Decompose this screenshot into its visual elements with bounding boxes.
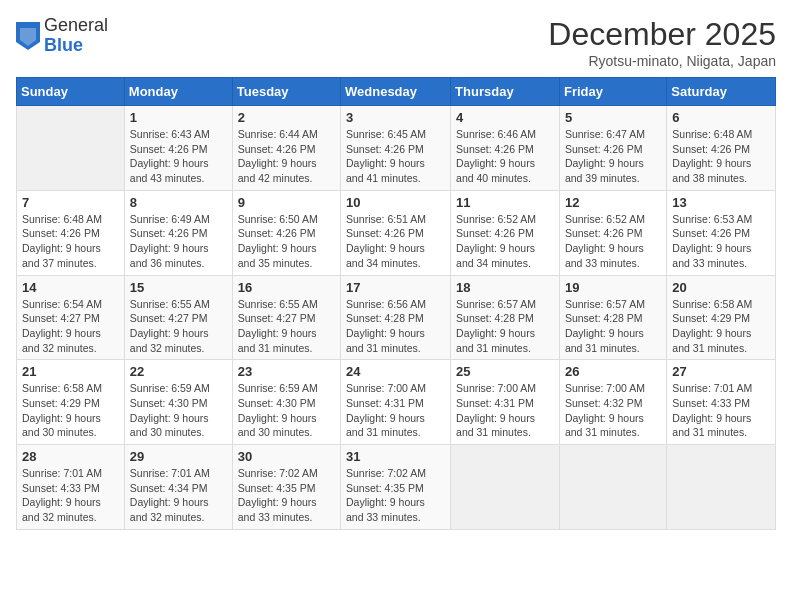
day-number: 26 <box>565 364 661 379</box>
header-friday: Friday <box>559 78 666 106</box>
calendar-cell: 12Sunrise: 6:52 AMSunset: 4:26 PMDayligh… <box>559 190 666 275</box>
cell-info: Sunrise: 6:59 AMSunset: 4:30 PMDaylight:… <box>130 382 210 438</box>
calendar-header-row: SundayMondayTuesdayWednesdayThursdayFrid… <box>17 78 776 106</box>
day-number: 31 <box>346 449 445 464</box>
cell-info: Sunrise: 7:02 AMSunset: 4:35 PMDaylight:… <box>238 467 318 523</box>
calendar-week-row: 28Sunrise: 7:01 AMSunset: 4:33 PMDayligh… <box>17 445 776 530</box>
calendar-cell: 6Sunrise: 6:48 AMSunset: 4:26 PMDaylight… <box>667 106 776 191</box>
day-number: 27 <box>672 364 770 379</box>
cell-info: Sunrise: 6:51 AMSunset: 4:26 PMDaylight:… <box>346 213 426 269</box>
calendar-cell: 30Sunrise: 7:02 AMSunset: 4:35 PMDayligh… <box>232 445 340 530</box>
calendar-cell <box>667 445 776 530</box>
calendar-cell: 7Sunrise: 6:48 AMSunset: 4:26 PMDaylight… <box>17 190 125 275</box>
cell-info: Sunrise: 6:55 AMSunset: 4:27 PMDaylight:… <box>238 298 318 354</box>
calendar-cell: 19Sunrise: 6:57 AMSunset: 4:28 PMDayligh… <box>559 275 666 360</box>
day-number: 2 <box>238 110 335 125</box>
cell-info: Sunrise: 6:57 AMSunset: 4:28 PMDaylight:… <box>565 298 645 354</box>
cell-info: Sunrise: 6:59 AMSunset: 4:30 PMDaylight:… <box>238 382 318 438</box>
calendar-cell: 14Sunrise: 6:54 AMSunset: 4:27 PMDayligh… <box>17 275 125 360</box>
header-monday: Monday <box>124 78 232 106</box>
calendar-cell: 26Sunrise: 7:00 AMSunset: 4:32 PMDayligh… <box>559 360 666 445</box>
page-header: General Blue December 2025 Ryotsu-minato… <box>16 16 776 69</box>
calendar-week-row: 7Sunrise: 6:48 AMSunset: 4:26 PMDaylight… <box>17 190 776 275</box>
calendar-week-row: 1Sunrise: 6:43 AMSunset: 4:26 PMDaylight… <box>17 106 776 191</box>
day-number: 24 <box>346 364 445 379</box>
day-number: 16 <box>238 280 335 295</box>
day-number: 29 <box>130 449 227 464</box>
header-sunday: Sunday <box>17 78 125 106</box>
calendar-cell: 16Sunrise: 6:55 AMSunset: 4:27 PMDayligh… <box>232 275 340 360</box>
calendar-cell: 27Sunrise: 7:01 AMSunset: 4:33 PMDayligh… <box>667 360 776 445</box>
cell-info: Sunrise: 7:01 AMSunset: 4:33 PMDaylight:… <box>672 382 752 438</box>
cell-info: Sunrise: 6:43 AMSunset: 4:26 PMDaylight:… <box>130 128 210 184</box>
day-number: 19 <box>565 280 661 295</box>
cell-info: Sunrise: 7:02 AMSunset: 4:35 PMDaylight:… <box>346 467 426 523</box>
cell-info: Sunrise: 6:50 AMSunset: 4:26 PMDaylight:… <box>238 213 318 269</box>
title-block: December 2025 Ryotsu-minato, Niigata, Ja… <box>548 16 776 69</box>
day-number: 17 <box>346 280 445 295</box>
calendar-table: SundayMondayTuesdayWednesdayThursdayFrid… <box>16 77 776 530</box>
logo: General Blue <box>16 16 108 56</box>
calendar-week-row: 21Sunrise: 6:58 AMSunset: 4:29 PMDayligh… <box>17 360 776 445</box>
day-number: 3 <box>346 110 445 125</box>
day-number: 15 <box>130 280 227 295</box>
calendar-cell: 4Sunrise: 6:46 AMSunset: 4:26 PMDaylight… <box>451 106 560 191</box>
calendar-cell: 15Sunrise: 6:55 AMSunset: 4:27 PMDayligh… <box>124 275 232 360</box>
logo-blue-label: Blue <box>44 36 108 56</box>
calendar-cell: 23Sunrise: 6:59 AMSunset: 4:30 PMDayligh… <box>232 360 340 445</box>
cell-info: Sunrise: 6:55 AMSunset: 4:27 PMDaylight:… <box>130 298 210 354</box>
cell-info: Sunrise: 6:53 AMSunset: 4:26 PMDaylight:… <box>672 213 752 269</box>
day-number: 22 <box>130 364 227 379</box>
calendar-cell: 10Sunrise: 6:51 AMSunset: 4:26 PMDayligh… <box>341 190 451 275</box>
calendar-cell: 25Sunrise: 7:00 AMSunset: 4:31 PMDayligh… <box>451 360 560 445</box>
cell-info: Sunrise: 6:52 AMSunset: 4:26 PMDaylight:… <box>456 213 536 269</box>
calendar-cell: 13Sunrise: 6:53 AMSunset: 4:26 PMDayligh… <box>667 190 776 275</box>
day-number: 10 <box>346 195 445 210</box>
calendar-cell: 29Sunrise: 7:01 AMSunset: 4:34 PMDayligh… <box>124 445 232 530</box>
day-number: 12 <box>565 195 661 210</box>
cell-info: Sunrise: 6:58 AMSunset: 4:29 PMDaylight:… <box>672 298 752 354</box>
day-number: 30 <box>238 449 335 464</box>
day-number: 4 <box>456 110 554 125</box>
logo-general-label: General <box>44 16 108 36</box>
cell-info: Sunrise: 7:01 AMSunset: 4:33 PMDaylight:… <box>22 467 102 523</box>
cell-info: Sunrise: 6:44 AMSunset: 4:26 PMDaylight:… <box>238 128 318 184</box>
logo-icon <box>16 22 40 50</box>
cell-info: Sunrise: 6:58 AMSunset: 4:29 PMDaylight:… <box>22 382 102 438</box>
calendar-cell: 28Sunrise: 7:01 AMSunset: 4:33 PMDayligh… <box>17 445 125 530</box>
cell-info: Sunrise: 6:52 AMSunset: 4:26 PMDaylight:… <box>565 213 645 269</box>
cell-info: Sunrise: 6:47 AMSunset: 4:26 PMDaylight:… <box>565 128 645 184</box>
calendar-cell: 17Sunrise: 6:56 AMSunset: 4:28 PMDayligh… <box>341 275 451 360</box>
header-wednesday: Wednesday <box>341 78 451 106</box>
cell-info: Sunrise: 6:48 AMSunset: 4:26 PMDaylight:… <box>672 128 752 184</box>
day-number: 5 <box>565 110 661 125</box>
calendar-cell: 9Sunrise: 6:50 AMSunset: 4:26 PMDaylight… <box>232 190 340 275</box>
day-number: 21 <box>22 364 119 379</box>
header-saturday: Saturday <box>667 78 776 106</box>
cell-info: Sunrise: 6:57 AMSunset: 4:28 PMDaylight:… <box>456 298 536 354</box>
calendar-week-row: 14Sunrise: 6:54 AMSunset: 4:27 PMDayligh… <box>17 275 776 360</box>
location-label: Ryotsu-minato, Niigata, Japan <box>548 53 776 69</box>
header-thursday: Thursday <box>451 78 560 106</box>
day-number: 25 <box>456 364 554 379</box>
calendar-cell: 20Sunrise: 6:58 AMSunset: 4:29 PMDayligh… <box>667 275 776 360</box>
cell-info: Sunrise: 6:54 AMSunset: 4:27 PMDaylight:… <box>22 298 102 354</box>
month-title: December 2025 <box>548 16 776 53</box>
cell-info: Sunrise: 7:00 AMSunset: 4:31 PMDaylight:… <box>456 382 536 438</box>
day-number: 14 <box>22 280 119 295</box>
day-number: 1 <box>130 110 227 125</box>
cell-info: Sunrise: 6:46 AMSunset: 4:26 PMDaylight:… <box>456 128 536 184</box>
calendar-cell: 1Sunrise: 6:43 AMSunset: 4:26 PMDaylight… <box>124 106 232 191</box>
calendar-cell: 22Sunrise: 6:59 AMSunset: 4:30 PMDayligh… <box>124 360 232 445</box>
calendar-cell: 31Sunrise: 7:02 AMSunset: 4:35 PMDayligh… <box>341 445 451 530</box>
day-number: 18 <box>456 280 554 295</box>
cell-info: Sunrise: 6:48 AMSunset: 4:26 PMDaylight:… <box>22 213 102 269</box>
day-number: 13 <box>672 195 770 210</box>
logo-text: General Blue <box>44 16 108 56</box>
cell-info: Sunrise: 6:56 AMSunset: 4:28 PMDaylight:… <box>346 298 426 354</box>
day-number: 8 <box>130 195 227 210</box>
calendar-cell: 21Sunrise: 6:58 AMSunset: 4:29 PMDayligh… <box>17 360 125 445</box>
day-number: 11 <box>456 195 554 210</box>
cell-info: Sunrise: 6:49 AMSunset: 4:26 PMDaylight:… <box>130 213 210 269</box>
calendar-cell <box>17 106 125 191</box>
